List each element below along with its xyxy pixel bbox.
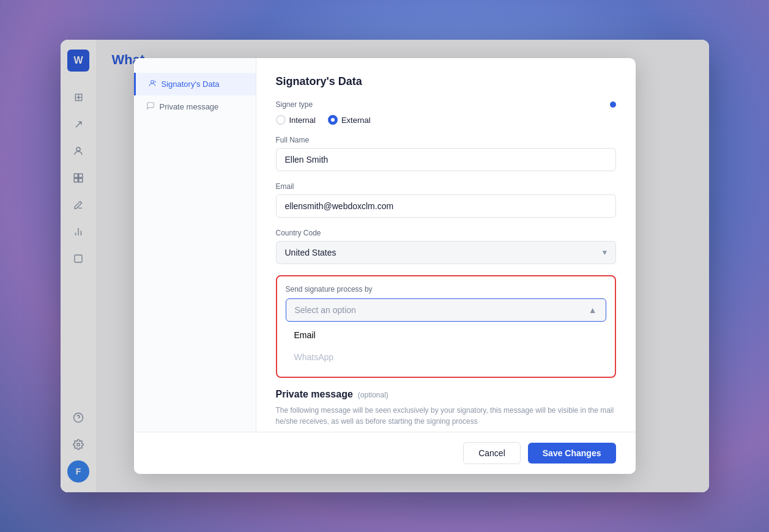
sidebar-item-private-label: Private message xyxy=(160,102,219,111)
signature-process-placeholder: Select an option xyxy=(295,305,356,315)
radio-external-circle xyxy=(328,115,338,125)
option-whatsapp[interactable]: WhatsApp xyxy=(286,346,606,368)
save-changes-button[interactable]: Save Changes xyxy=(528,443,616,464)
sidebar-item-signatories-label: Signatory's Data xyxy=(162,79,220,89)
radio-internal-label: Internal xyxy=(289,116,316,125)
modal-footer: Cancel Save Changes xyxy=(134,432,636,474)
sidebar-item-private-message[interactable]: Private message xyxy=(134,95,256,118)
modal-main-form: Signatory's Data Signer type Internal xyxy=(256,58,636,432)
signer-type-label: Signer type xyxy=(276,100,313,109)
optional-badge: (optional) xyxy=(358,391,388,399)
radio-external-label: External xyxy=(341,116,371,125)
modal-dialog: Signatory's Data Private message Signato… xyxy=(134,58,636,474)
radio-group-signer-type: Internal External xyxy=(276,115,616,125)
sidebar-item-signatories-data[interactable]: Signatory's Data xyxy=(134,73,256,95)
full-name-input[interactable] xyxy=(276,148,616,171)
email-field: Email xyxy=(276,182,616,218)
cancel-button[interactable]: Cancel xyxy=(463,442,521,464)
signature-process-arrow-up-icon: ▲ xyxy=(589,305,597,315)
user-data-icon xyxy=(148,79,157,89)
radio-external[interactable]: External xyxy=(328,115,371,125)
email-label: Email xyxy=(276,182,616,191)
private-message-section: Private message (optional) The following… xyxy=(276,389,616,427)
private-message-header: Private message (optional) xyxy=(276,389,616,400)
country-code-select[interactable]: United States xyxy=(276,241,616,264)
private-message-description: The following message will be seen exclu… xyxy=(276,405,616,427)
signature-process-label: Send signature process by xyxy=(286,285,606,294)
radio-internal[interactable]: Internal xyxy=(276,115,316,125)
country-code-select-wrapper: United States ▼ xyxy=(276,241,616,264)
signature-process-section: Send signature process by Select an opti… xyxy=(276,275,616,378)
full-name-label: Full Name xyxy=(276,136,616,144)
country-code-value: United States xyxy=(285,248,336,257)
content-area: What Signatory's Data xyxy=(97,40,709,492)
main-window: W ⊞ ↗ F What xyxy=(61,40,709,492)
modal-sidebar: Signatory's Data Private message xyxy=(134,58,256,432)
country-code-field: Country Code United States ▼ xyxy=(276,229,616,264)
full-name-field: Full Name xyxy=(276,136,616,171)
country-code-label: Country Code xyxy=(276,229,616,237)
modal-body: Signatory's Data Private message Signato… xyxy=(134,58,636,432)
signer-type-field: Signer type Internal Externa xyxy=(276,100,616,125)
message-icon xyxy=(146,102,155,112)
modal-overlay: Signatory's Data Private message Signato… xyxy=(61,40,709,492)
section-title: Signatory's Data xyxy=(276,75,616,88)
signer-type-indicator xyxy=(610,102,616,108)
svg-point-12 xyxy=(150,80,154,83)
option-email[interactable]: Email xyxy=(286,324,606,346)
email-input[interactable] xyxy=(276,194,616,218)
private-message-title: Private message xyxy=(276,389,353,400)
signature-process-options: Email WhatsApp xyxy=(286,324,606,368)
signature-process-select[interactable]: Select an option ▲ xyxy=(286,298,606,322)
radio-internal-circle xyxy=(276,115,286,125)
